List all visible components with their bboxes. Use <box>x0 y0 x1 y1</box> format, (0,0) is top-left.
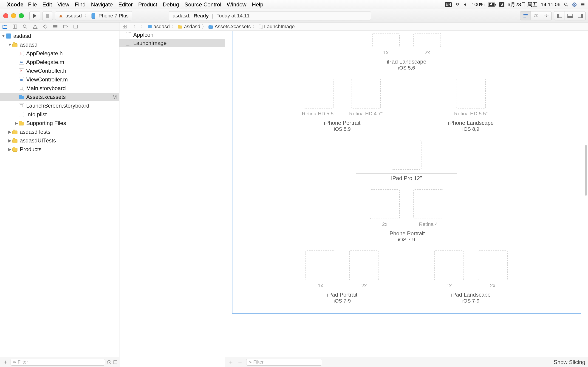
project-navigator-tab[interactable] <box>2 24 8 30</box>
add-file-button[interactable]: + <box>2 359 9 366</box>
navigator-bottom-bar: + Filter <box>0 357 119 367</box>
issue-navigator-tab[interactable] <box>32 24 38 30</box>
show-slicing-button[interactable]: Show Slicing <box>554 359 585 365</box>
file-appdelegate-m[interactable]: mAppDelegate.m <box>0 58 119 67</box>
scm-filter-icon[interactable] <box>113 360 117 364</box>
asset-canvas[interactable]: 1x2xiPad LandscapeiOS 5,6Retina HD 5.5"R… <box>225 31 588 367</box>
image-well[interactable]: Retina 4 <box>414 189 443 227</box>
stop-button[interactable] <box>42 11 53 20</box>
asset-outline[interactable]: AppIconLaunchImage <box>120 31 225 367</box>
close-window-button[interactable] <box>3 13 8 18</box>
menu-debug[interactable]: Debug <box>163 1 179 8</box>
jump-crumb-launchimage[interactable]: LaunchImage <box>259 24 295 30</box>
activity-project-name: asdasd: <box>173 13 190 19</box>
svg-rect-37 <box>123 25 124 26</box>
go-forward-button[interactable]: 〉 <box>139 23 147 30</box>
image-well[interactable]: Retina HD 5.5" <box>302 79 335 117</box>
image-well[interactable]: Retina HD 4.7" <box>349 79 383 117</box>
file-viewcontroller-h[interactable]: hViewController.h <box>0 67 119 75</box>
image-group: iPad Pro 12" <box>356 140 457 181</box>
folder-icon <box>12 148 17 152</box>
svg-rect-31 <box>74 25 78 28</box>
group-products[interactable]: ▶Products <box>0 145 119 154</box>
jump-crumb-project[interactable]: asdasd <box>148 24 170 30</box>
group-asdasduitests[interactable]: ▶asdasdUITests <box>0 136 119 145</box>
scrollbar[interactable] <box>584 33 588 353</box>
battery-icon[interactable] <box>488 2 496 7</box>
jump-crumb-group[interactable]: asdasd <box>178 24 200 30</box>
file-viewcontroller-m[interactable]: mViewController.m <box>0 75 119 84</box>
symbol-navigator-tab[interactable] <box>22 24 28 30</box>
folder-icon <box>19 122 24 125</box>
storyboard-icon <box>19 86 24 91</box>
image-well[interactable]: 2x <box>349 250 379 289</box>
image-well[interactable]: 2x <box>478 250 508 289</box>
project-navigator-tree[interactable]: ▼ asdasd ▼ asdasd hAppDelegate.hmAppDele… <box>0 31 119 357</box>
zoom-window-button[interactable] <box>19 13 24 18</box>
asset-launchimage[interactable]: LaunchImage <box>120 39 225 47</box>
image-well[interactable]: 2x <box>414 33 441 56</box>
toggle-navigator-button[interactable] <box>554 11 565 20</box>
menu-window[interactable]: Window <box>227 1 246 8</box>
wifi-icon[interactable] <box>455 2 460 7</box>
image-well[interactable]: Retina HD 5.5" <box>454 79 488 117</box>
image-well[interactable]: 2x <box>370 189 400 227</box>
menu-source-control[interactable]: Source Control <box>184 1 221 8</box>
app-menu[interactable]: Xcode <box>7 1 23 8</box>
menu-product[interactable]: Product <box>138 1 157 8</box>
menubar-time[interactable]: 14 11 06 <box>541 2 561 8</box>
scheme-selector[interactable]: asdasd 〉 iPhone 7 Plus <box>55 11 132 20</box>
related-items-button[interactable] <box>121 25 128 29</box>
menubar-date[interactable]: 6月23日 周五 <box>508 1 538 8</box>
scale-label: 2x <box>361 283 367 289</box>
report-navigator-tab[interactable] <box>73 24 78 30</box>
jump-crumb-assets[interactable]: Assets.xcassets <box>208 24 251 30</box>
assistant-editor-button[interactable] <box>531 11 541 20</box>
toggle-utilities-button[interactable] <box>575 11 586 20</box>
file-assets-xcassets[interactable]: Assets.xcassetsM <box>0 93 119 101</box>
image-well[interactable] <box>392 140 422 172</box>
notification-center-icon[interactable] <box>580 2 585 7</box>
group-asdasd[interactable]: ▼ asdasd <box>0 40 119 49</box>
image-well[interactable]: 1x <box>372 33 400 56</box>
file-appdelegate-h[interactable]: hAppDelegate.h <box>0 49 119 58</box>
image-well[interactable]: 1x <box>434 250 464 289</box>
file-info-plist[interactable]: Info.plist <box>0 110 119 119</box>
menu-file[interactable]: File <box>28 1 37 8</box>
supporting-files-group[interactable]: ▶ Supporting Files <box>0 119 119 127</box>
menu-editor[interactable]: Editor <box>118 1 133 8</box>
jump-bar[interactable]: 〈 〉 asdasd 〉 asdasd 〉 Assets.xcassets 〉 … <box>120 23 588 31</box>
menu-help[interactable]: Help <box>252 1 263 8</box>
remove-asset-button[interactable]: − <box>237 359 243 366</box>
recent-filter-icon[interactable] <box>107 360 111 365</box>
asset-appicon[interactable]: AppIcon <box>120 31 225 39</box>
toggle-debug-area-button[interactable] <box>565 11 575 20</box>
run-button[interactable] <box>29 11 40 20</box>
asset-filter-input[interactable]: Filter <box>246 359 322 366</box>
breakpoint-navigator-tab[interactable] <box>62 24 69 30</box>
image-well[interactable]: 1x <box>305 250 335 289</box>
spotlight-icon[interactable] <box>564 2 569 7</box>
siri-icon[interactable] <box>572 2 577 7</box>
navigator-filter-input[interactable]: Filter <box>10 359 105 366</box>
minimize-window-button[interactable] <box>11 13 16 18</box>
svg-line-5 <box>567 5 568 6</box>
input-source-icon[interactable]: EN <box>445 2 452 7</box>
go-back-button[interactable]: 〈 <box>130 23 137 30</box>
menu-find[interactable]: Find <box>75 1 86 8</box>
menu-view[interactable]: View <box>57 1 69 8</box>
version-editor-button[interactable] <box>541 11 552 20</box>
add-asset-button[interactable]: + <box>228 359 234 366</box>
group-asdasdtests[interactable]: ▶asdasdTests <box>0 127 119 136</box>
source-control-navigator-tab[interactable] <box>12 24 18 30</box>
project-root[interactable]: ▼ asdasd <box>0 32 119 40</box>
file-launchscreen-storyboard[interactable]: LaunchScreen.storyboard <box>0 101 119 110</box>
menu-navigate[interactable]: Navigate <box>91 1 113 8</box>
volume-icon[interactable] <box>463 2 468 7</box>
file-main-storyboard[interactable]: Main.storyboard <box>0 84 119 93</box>
test-navigator-tab[interactable] <box>42 24 48 30</box>
menu-edit[interactable]: Edit <box>43 1 52 8</box>
standard-editor-button[interactable] <box>520 11 531 20</box>
debug-navigator-tab[interactable] <box>52 24 58 30</box>
sogou-input-icon[interactable]: S <box>499 2 504 7</box>
